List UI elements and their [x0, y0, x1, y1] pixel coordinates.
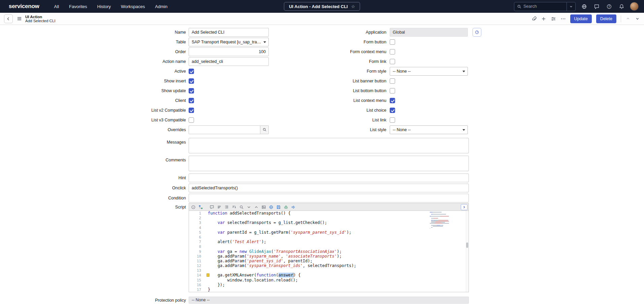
- update-button[interactable]: Update: [570, 14, 592, 23]
- table-select[interactable]: SAP Transport Request [u_sap_transport_r…: [189, 38, 269, 46]
- reference-lookup-button[interactable]: [260, 125, 269, 134]
- code-line[interactable]: 8: [189, 244, 469, 249]
- editor-help-icon[interactable]: [190, 204, 197, 210]
- application-field: Global: [390, 28, 468, 37]
- more-options-icon[interactable]: [560, 16, 566, 22]
- application-scope-icon: [475, 30, 479, 35]
- next-record-icon[interactable]: [635, 16, 640, 21]
- show-update-label: Show update: [0, 88, 186, 93]
- global-search[interactable]: [514, 2, 576, 11]
- code-line[interactable]: 17}: [189, 287, 469, 292]
- sort-lines-icon[interactable]: [231, 204, 237, 210]
- list-bottom-button-checkbox[interactable]: [390, 88, 395, 93]
- list-v2-checkbox[interactable]: [189, 108, 194, 113]
- condition-input[interactable]: [189, 194, 469, 202]
- context-pill[interactable]: UI Action - Add Selected CLI ☆: [284, 2, 360, 11]
- form-context-menu-icon[interactable]: [17, 16, 22, 21]
- servicenow-logo: servicenow: [9, 3, 39, 10]
- action-name-input[interactable]: [189, 57, 269, 66]
- search-input[interactable]: [523, 4, 567, 9]
- application-picker-button[interactable]: [473, 28, 481, 37]
- favorite-star-icon[interactable]: ☆: [351, 4, 355, 9]
- indent-icon[interactable]: [223, 204, 230, 210]
- list-choice-checkbox[interactable]: [390, 108, 395, 113]
- code-line[interactable]: 4: [189, 225, 469, 230]
- code-line[interactable]: 16 });: [189, 282, 469, 287]
- name-input[interactable]: [189, 28, 269, 37]
- code-minimap[interactable]: [430, 212, 449, 229]
- overrides-input[interactable]: [189, 125, 260, 134]
- show-update-checkbox[interactable]: [189, 88, 194, 93]
- comments-textarea[interactable]: [189, 156, 469, 171]
- replace-icon[interactable]: [260, 204, 267, 210]
- personalize-form-icon[interactable]: [551, 16, 556, 22]
- avatar[interactable]: [630, 2, 639, 11]
- nav-favorites[interactable]: Favorites: [69, 4, 87, 9]
- code-line[interactable]: 12 ga.addParam('sysparm_transport_ids', …: [189, 263, 469, 268]
- overrides-label: Overrides: [0, 127, 186, 132]
- tree-view-icon[interactable]: [197, 204, 204, 210]
- svg-text:?: ?: [608, 5, 610, 8]
- list-v3-checkbox[interactable]: [189, 117, 194, 123]
- editor-scrollbar[interactable]: [466, 211, 469, 292]
- show-insert-label: Show insert: [0, 79, 186, 83]
- code-line[interactable]: 2: [189, 216, 469, 220]
- active-checkbox[interactable]: [189, 69, 194, 74]
- code-line[interactable]: 6: [189, 235, 469, 239]
- check-syntax-globe-icon[interactable]: [268, 204, 275, 210]
- expand-editor-button[interactable]: [461, 204, 468, 210]
- list-link-checkbox[interactable]: [390, 117, 395, 123]
- format-document-icon[interactable]: [216, 204, 223, 210]
- stamp-icon[interactable]: [283, 204, 289, 210]
- list-context-menu-checkbox[interactable]: [390, 98, 395, 103]
- code-line[interactable]: 15 window.top.location.reload();: [189, 278, 469, 282]
- nav-admin[interactable]: Admin: [155, 4, 167, 9]
- code-line[interactable]: 10 ga.addParam('sysparm_name', 'associat…: [189, 254, 469, 259]
- nav-history[interactable]: History: [97, 4, 111, 9]
- help-icon[interactable]: ?: [605, 2, 613, 10]
- code-line[interactable]: 9 var ga = new GlideAjax('TransportAssoc…: [189, 249, 469, 254]
- form-context-menu-checkbox[interactable]: [390, 49, 395, 54]
- search-scope-caret[interactable]: [567, 2, 575, 11]
- table-select-value: SAP Transport Request [u_sap_transport_r…: [192, 40, 262, 44]
- speaker-icon[interactable]: [290, 204, 297, 210]
- scrollbar-thumb[interactable]: [466, 242, 468, 248]
- find-next-icon[interactable]: [246, 204, 252, 210]
- code-line[interactable]: 14 ga.getXMLAnswer(function(answer) {: [189, 273, 469, 277]
- code-line[interactable]: 5 var parentId = g_list.getParm('sysparm…: [189, 230, 469, 235]
- form-button-checkbox[interactable]: [390, 39, 395, 45]
- code-line[interactable]: 7 alert('Test Alert');: [189, 239, 469, 244]
- globe-icon[interactable]: [580, 2, 588, 10]
- back-button[interactable]: [4, 14, 13, 23]
- order-input[interactable]: [189, 47, 269, 56]
- messages-textarea[interactable]: [189, 138, 469, 153]
- previous-record-icon[interactable]: [625, 16, 631, 21]
- add-icon[interactable]: [541, 16, 546, 22]
- code-line[interactable]: 3 var selectedTransports = g_list.getChe…: [189, 220, 469, 225]
- script-editor[interactable]: 1function addSelectedTransports() {23 va…: [189, 211, 469, 292]
- attachment-icon[interactable]: [531, 16, 537, 22]
- nav-workspaces[interactable]: Workspaces: [121, 4, 145, 9]
- delete-button[interactable]: Delete: [596, 14, 616, 23]
- find-previous-icon[interactable]: [253, 204, 260, 210]
- search-icon[interactable]: [238, 204, 245, 210]
- active-label: Active: [0, 69, 186, 74]
- onclick-input[interactable]: [189, 184, 469, 192]
- code-line[interactable]: 1function addSelectedTransports() {: [189, 211, 469, 216]
- code-line[interactable]: 13: [189, 268, 469, 273]
- client-checkbox[interactable]: [189, 98, 194, 103]
- form-link-checkbox[interactable]: [390, 59, 395, 64]
- form-style-select[interactable]: -- None --: [390, 67, 468, 76]
- show-insert-checkbox[interactable]: [189, 78, 194, 84]
- list-style-select[interactable]: -- None --: [390, 125, 468, 134]
- topnav-right: ?: [514, 2, 639, 11]
- nav-all[interactable]: All: [54, 4, 59, 9]
- chevron-left-icon: [6, 16, 11, 21]
- code-line[interactable]: 11 ga.addParam('parent_sys_id', parentId…: [189, 259, 469, 263]
- toggle-comment-icon[interactable]: [208, 204, 215, 210]
- save-icon[interactable]: [275, 204, 282, 210]
- chat-icon[interactable]: [592, 2, 601, 10]
- hint-input[interactable]: [189, 174, 469, 182]
- notifications-icon[interactable]: [617, 2, 625, 10]
- list-banner-button-checkbox[interactable]: [390, 78, 395, 84]
